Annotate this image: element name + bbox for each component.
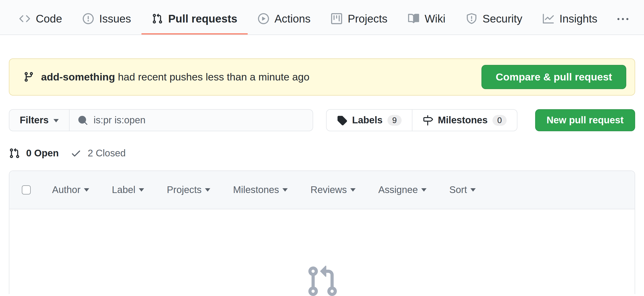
- recent-push-banner: add-something had recent pushes less tha…: [9, 58, 635, 96]
- milestones-button[interactable]: Milestones 0: [412, 110, 517, 131]
- chevron-down-icon: [54, 119, 59, 125]
- column-label: Assignee: [378, 184, 418, 195]
- nav-overflow-button[interactable]: [608, 0, 638, 34]
- banner-message: had recent pushes less than a minute ago: [115, 71, 310, 83]
- search-box: [70, 109, 313, 131]
- milestones-count-badge: 0: [492, 115, 506, 126]
- tab-code[interactable]: Code: [9, 0, 72, 34]
- select-all-checkbox[interactable]: [22, 185, 31, 194]
- issue-states-row: 0 Open 2 Closed: [9, 148, 635, 159]
- chevron-down-icon: [282, 188, 288, 194]
- issue-opened-icon: [83, 13, 94, 24]
- filters-dropdown-button[interactable]: Filters: [9, 109, 70, 131]
- column-label: Sort: [449, 184, 467, 195]
- banner-text: add-something had recent pushes less tha…: [41, 71, 309, 83]
- repo-nav: Code Issues Pull requests Actions Projec…: [0, 0, 644, 35]
- github-pull-requests-page: { "nav": { "tabs": [ { "label": "Code", …: [0, 0, 644, 296]
- tag-icon: [337, 115, 347, 125]
- pr-list-box: Author Label Projects Milestones Reviews…: [9, 171, 635, 294]
- tab-actions[interactable]: Actions: [248, 0, 321, 34]
- tab-pull-requests[interactable]: Pull requests: [142, 0, 248, 34]
- tab-label: Wiki: [424, 12, 446, 25]
- branch-name: add-something: [41, 71, 115, 83]
- empty-state: [9, 209, 634, 296]
- milestones-label: Milestones: [438, 115, 488, 126]
- labels-label: Labels: [352, 115, 382, 126]
- search-icon: [78, 115, 88, 125]
- tab-wiki[interactable]: Wiki: [398, 0, 456, 34]
- check-icon: [70, 148, 82, 159]
- kebab-horizontal-icon: [618, 14, 628, 25]
- tab-label: Pull requests: [168, 12, 237, 25]
- assignee-filter-dropdown[interactable]: Assignee: [378, 184, 427, 195]
- tab-label: Security: [483, 12, 522, 25]
- tab-insights[interactable]: Insights: [532, 0, 608, 34]
- labels-button[interactable]: Labels 9: [326, 110, 412, 131]
- play-icon: [258, 13, 269, 24]
- git-pull-request-icon: [152, 13, 163, 24]
- open-prs-link[interactable]: 0 Open: [9, 148, 59, 159]
- labels-milestones-group: Labels 9 Milestones 0: [326, 109, 518, 131]
- tab-label: Code: [36, 12, 62, 25]
- git-pull-request-icon: [9, 148, 20, 159]
- tab-label: Actions: [274, 12, 311, 25]
- closed-prs-link[interactable]: 2 Closed: [70, 148, 126, 159]
- labels-count-badge: 9: [388, 115, 402, 126]
- label-filter-dropdown[interactable]: Label: [112, 184, 144, 195]
- compare-pull-request-button[interactable]: Compare & pull request: [482, 65, 626, 89]
- tab-security[interactable]: Security: [456, 0, 533, 34]
- search-input[interactable]: [94, 115, 304, 126]
- closed-count-label: 2 Closed: [88, 148, 126, 159]
- tab-issues[interactable]: Issues: [72, 0, 142, 34]
- milestones-filter-dropdown[interactable]: Milestones: [233, 184, 288, 195]
- projects-filter-dropdown[interactable]: Projects: [167, 184, 210, 195]
- open-count-label: 0 Open: [26, 148, 59, 159]
- chevron-down-icon: [84, 188, 89, 194]
- graph-icon: [543, 13, 554, 24]
- tab-projects[interactable]: Projects: [321, 0, 398, 34]
- column-label: Author: [52, 184, 80, 195]
- git-pull-request-icon: [305, 264, 339, 296]
- pr-list-header: Author Label Projects Milestones Reviews…: [9, 171, 634, 210]
- milestone-icon: [423, 115, 433, 125]
- column-label: Label: [112, 184, 136, 195]
- code-icon: [19, 13, 30, 24]
- shield-icon: [466, 13, 477, 24]
- tab-label: Issues: [99, 12, 131, 25]
- tab-label: Insights: [559, 12, 597, 25]
- chevron-down-icon: [139, 188, 144, 194]
- git-branch-icon: [23, 71, 34, 82]
- chevron-down-icon: [421, 188, 426, 194]
- column-label: Projects: [167, 184, 202, 195]
- author-filter-dropdown[interactable]: Author: [52, 184, 89, 195]
- chevron-down-icon: [470, 188, 476, 194]
- reviews-filter-dropdown[interactable]: Reviews: [310, 184, 356, 195]
- chevron-down-icon: [350, 188, 356, 194]
- new-pull-request-button[interactable]: New pull request: [535, 109, 635, 131]
- chevron-down-icon: [205, 188, 210, 194]
- project-icon: [331, 13, 342, 24]
- book-icon: [408, 13, 419, 24]
- column-label: Milestones: [233, 184, 279, 195]
- sort-filter-dropdown[interactable]: Sort: [449, 184, 476, 195]
- column-label: Reviews: [310, 184, 347, 195]
- pr-toolbar: Filters Labels 9 Milestones 0 New pull r…: [9, 109, 635, 131]
- filters-label: Filters: [20, 115, 49, 126]
- tab-label: Projects: [348, 12, 388, 25]
